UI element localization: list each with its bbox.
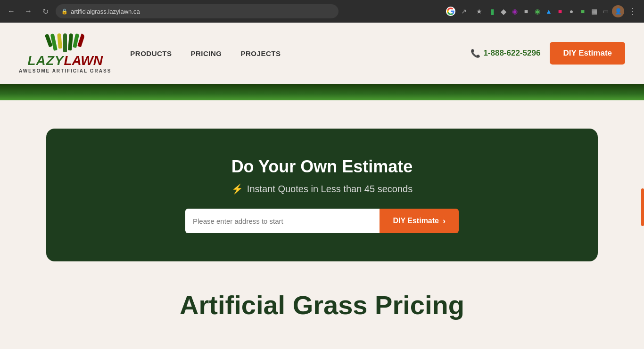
address-input[interactable] (185, 209, 380, 233)
nav-products[interactable]: PRODUCTS (130, 49, 172, 57)
site-wrapper: LAZY LAWN AWESOME ARTIFICIAL GRASS PRODU… (0, 23, 644, 349)
back-button[interactable]: ← (5, 5, 18, 18)
logo-lawn: LAWN (64, 53, 103, 68)
ext5-icon[interactable]: ■ (555, 7, 565, 16)
cta-subtitle: ⚡ Instant Quotes in Less than 45 seconds (231, 183, 413, 195)
shield-icon[interactable]: ▮ (487, 7, 497, 16)
grass-top (0, 84, 644, 100)
grass-banner (0, 84, 644, 100)
google-icon[interactable] (446, 7, 455, 16)
cta-card: Do Your Own Estimate ⚡ Instant Quotes in… (46, 129, 598, 261)
chevron-right-icon: › (443, 216, 446, 226)
logo-grass-blades (49, 33, 81, 52)
reload-button[interactable]: ↻ (39, 5, 52, 18)
logo-lazy: LAZY (27, 53, 64, 68)
ext2-icon[interactable]: ■ (521, 7, 531, 16)
pricing-heading: Artificial Grass Pricing (19, 290, 625, 330)
phone-number: 1-888-622-5296 (483, 49, 540, 58)
bookmark-button[interactable]: ★ (472, 5, 486, 18)
nav-pricing[interactable]: PRICING (191, 49, 222, 57)
logo-area: LAZY LAWN AWESOME ARTIFICIAL GRASS (19, 33, 111, 73)
url-text: artificialgrass.lazylawn.ca (71, 8, 140, 15)
main-content: Do Your Own Estimate ⚡ Instant Quotes in… (0, 100, 644, 349)
nav-right: 📞 1-888-622-5296 DIY Estimate (471, 42, 625, 65)
ext7-icon[interactable]: ■ (578, 7, 587, 16)
cta-title: Do Your Own Estimate (231, 157, 413, 177)
ext1-icon[interactable]: ◉ (510, 7, 520, 16)
ext6-icon[interactable]: ● (567, 7, 576, 16)
diy-estimate-nav-button[interactable]: DIY Estimate (550, 42, 625, 65)
window-icon[interactable]: ▭ (601, 7, 610, 16)
puzzle-icon[interactable]: ▦ (589, 7, 599, 16)
diy-button-label: DIY Estimate (393, 217, 439, 225)
share-button[interactable]: ↗ (457, 5, 471, 18)
nav-projects[interactable]: PROJECTS (241, 49, 281, 57)
scrollbar-thumb[interactable] (641, 188, 644, 226)
lightning-icon: ⚡ (231, 183, 243, 195)
ext3-icon[interactable]: ◉ (533, 7, 542, 16)
phone-icon: 📞 (471, 49, 480, 58)
browser-actions: ↗ ★ ▮ ◆ ◉ ■ ◉ ▲ ■ ● ■ ▦ ▭ 👤 ⋮ (446, 5, 639, 18)
ext4-icon[interactable]: ▲ (544, 7, 553, 16)
logo-tagline: AWESOME ARTIFICIAL GRASS (19, 68, 111, 73)
browser-chrome: ← → ↻ 🔒 artificialgrass.lazylawn.ca ↗ ★ … (0, 0, 644, 23)
cta-subtitle-text: Instant Quotes in Less than 45 seconds (247, 184, 413, 195)
logo[interactable]: LAZY LAWN AWESOME ARTIFICIAL GRASS (19, 33, 111, 73)
extensions-icon[interactable]: ◆ (499, 7, 508, 16)
menu-button[interactable]: ⋮ (626, 5, 639, 18)
cta-form: DIY Estimate › (185, 209, 459, 233)
pricing-section: Artificial Grass Pricing (19, 290, 625, 330)
nav-links: PRODUCTS PRICING PROJECTS (130, 49, 471, 57)
diy-estimate-form-button[interactable]: DIY Estimate › (380, 209, 459, 233)
lock-icon: 🔒 (61, 8, 68, 15)
address-bar[interactable]: 🔒 artificialgrass.lazylawn.ca (56, 4, 339, 18)
phone-link[interactable]: 📞 1-888-622-5296 (471, 49, 540, 58)
navbar: LAZY LAWN AWESOME ARTIFICIAL GRASS PRODU… (0, 23, 644, 84)
forward-button[interactable]: → (22, 5, 35, 18)
profile-avatar[interactable]: 👤 (612, 5, 624, 17)
